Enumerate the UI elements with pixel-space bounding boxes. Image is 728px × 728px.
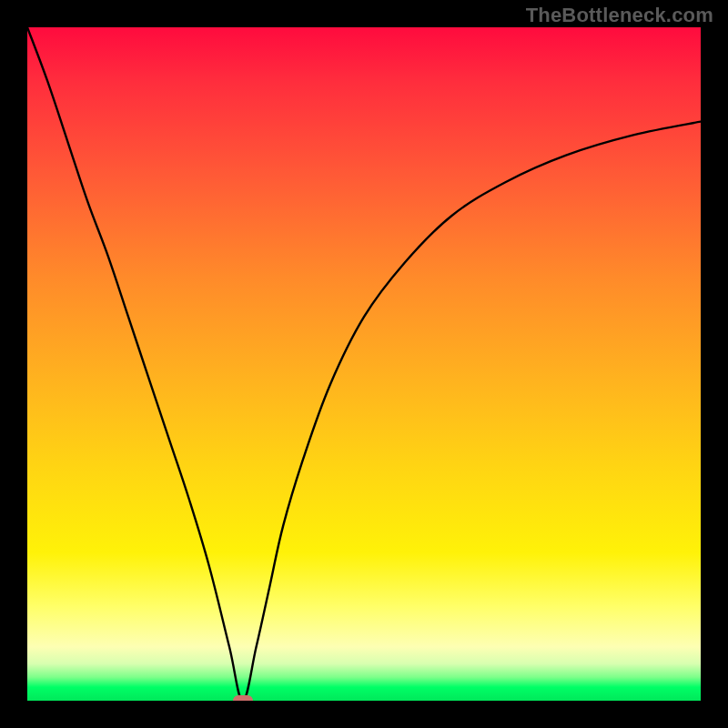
chart-frame: TheBottleneck.com	[0, 0, 728, 728]
minimum-marker	[233, 695, 253, 701]
plot-area	[27, 27, 701, 701]
watermark-text: TheBottleneck.com	[526, 4, 713, 27]
bottleneck-curve	[27, 27, 701, 701]
curve-path	[27, 27, 701, 701]
